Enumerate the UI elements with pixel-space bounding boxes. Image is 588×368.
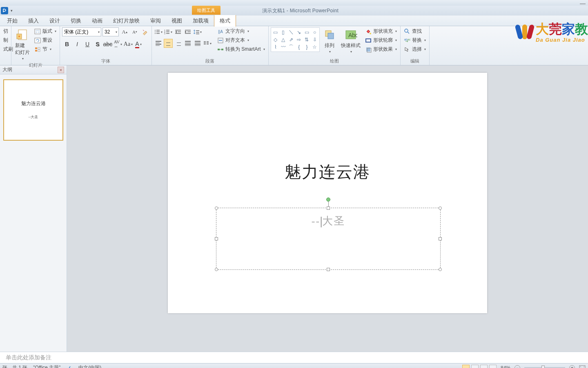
- shape-connector-icon[interactable]: ⇗: [287, 36, 295, 43]
- font-name-combo[interactable]: 宋体 (正文): [62, 27, 101, 36]
- shape-arrow-line-icon[interactable]: ↘: [295, 29, 303, 36]
- quick-styles-button[interactable]: Abc 快速样式: [339, 27, 362, 54]
- shape-rect2-icon[interactable]: ▭: [303, 29, 310, 36]
- zoom-thumb[interactable]: [541, 366, 545, 368]
- shape-triangle-icon[interactable]: △: [280, 36, 287, 43]
- resize-handle-br[interactable]: [439, 268, 442, 271]
- shape-arrow-icon[interactable]: ⇨: [295, 36, 303, 43]
- resize-handle-bl[interactable]: [215, 268, 218, 271]
- tab-slideshow[interactable]: 幻灯片放映: [108, 15, 145, 27]
- shapes-gallery[interactable]: ▭ ▯ ＼ ↘ ▭ ○ ◇ △ ⇗ ⇨ ⇅ ⇩ ⌇ 〰 ⌒ { } ☆: [271, 27, 320, 52]
- tab-transition[interactable]: 切换: [65, 15, 87, 27]
- numbering-button[interactable]: 123: [164, 27, 173, 36]
- notes-pane[interactable]: 单击此处添加备注: [0, 352, 588, 363]
- replace-button[interactable]: abac替换: [403, 36, 427, 44]
- language-status[interactable]: 中文(中国): [78, 364, 101, 368]
- resize-handle-bm[interactable]: [327, 268, 330, 271]
- group-editing: 查找 abac替换 选择 编辑: [401, 26, 430, 65]
- shape-updown-icon[interactable]: ⇅: [303, 36, 310, 43]
- bullets-button[interactable]: [154, 27, 163, 36]
- shape-oval-icon[interactable]: ○: [311, 29, 318, 36]
- shape-diamond-icon[interactable]: ◇: [272, 36, 279, 43]
- find-button[interactable]: 查找: [403, 27, 427, 35]
- decrease-indent-button[interactable]: [174, 27, 183, 36]
- shape-freeform-icon[interactable]: ⌇: [272, 44, 279, 51]
- shape-outline-button[interactable]: 形状轮廓: [364, 36, 398, 44]
- tab-format[interactable]: 格式: [214, 15, 236, 27]
- convert-smartart-button[interactable]: 转换为 SmartArt: [216, 45, 266, 53]
- shape-fill-button[interactable]: 形状填充: [364, 27, 398, 35]
- resize-handle-mr[interactable]: [439, 237, 442, 240]
- shape-curve-icon[interactable]: 〰: [280, 44, 287, 51]
- close-panel-button[interactable]: ×: [58, 67, 64, 73]
- distribute-button[interactable]: [193, 39, 202, 48]
- zoom-in-button[interactable]: +: [569, 365, 575, 368]
- font-size-combo[interactable]: 32: [102, 27, 119, 36]
- zoom-out-button[interactable]: −: [514, 365, 520, 368]
- shape-textbox-icon[interactable]: ▯: [280, 29, 287, 36]
- align-right-button[interactable]: [174, 39, 183, 48]
- change-case-button[interactable]: Aa: [123, 40, 133, 49]
- increase-indent-button[interactable]: [183, 27, 192, 36]
- shape-brace2-icon[interactable]: }: [303, 44, 310, 51]
- svg-rect-12: [156, 30, 160, 31]
- spellcheck-icon[interactable]: [66, 365, 73, 368]
- shrink-font-button[interactable]: A▾: [130, 27, 139, 36]
- line-spacing-button[interactable]: [193, 27, 202, 36]
- reset-button[interactable]: 重设: [33, 36, 58, 44]
- outline-tab-label[interactable]: 大纲: [2, 66, 12, 73]
- shape-star-icon[interactable]: ☆: [311, 44, 318, 51]
- shape-line-icon[interactable]: ＼: [287, 29, 295, 36]
- columns-button[interactable]: [203, 39, 212, 48]
- italic-button[interactable]: I: [72, 40, 82, 49]
- app-icon[interactable]: [1, 7, 8, 14]
- clear-format-button[interactable]: [140, 27, 149, 36]
- tab-design[interactable]: 设计: [44, 15, 65, 27]
- reading-view-button[interactable]: [480, 365, 488, 368]
- align-center-button[interactable]: [164, 39, 173, 48]
- tab-home[interactable]: 开始: [2, 15, 23, 27]
- tab-view[interactable]: 视图: [166, 15, 187, 27]
- minimize-button[interactable]: ―: [580, 1, 585, 6]
- subtitle-placeholder[interactable]: --大圣: [216, 208, 441, 270]
- tab-review[interactable]: 审阅: [145, 15, 166, 27]
- layout-button[interactable]: 版式: [33, 27, 58, 35]
- resize-handle-tl[interactable]: [215, 206, 218, 210]
- select-button[interactable]: 选择: [403, 45, 427, 53]
- align-left-button[interactable]: [154, 39, 163, 48]
- resize-handle-tr[interactable]: [439, 206, 442, 210]
- fit-to-window-button[interactable]: [579, 365, 586, 368]
- subtitle-text[interactable]: --大圣: [216, 208, 440, 228]
- bold-button[interactable]: B: [62, 40, 72, 49]
- strike-button[interactable]: abc: [103, 40, 113, 49]
- new-slide-button[interactable]: 新建 幻灯片: [13, 27, 31, 61]
- resize-handle-tm[interactable]: [327, 206, 330, 210]
- sorter-view-button[interactable]: [471, 365, 479, 368]
- arrange-button[interactable]: 排列: [321, 27, 338, 54]
- shape-brace-icon[interactable]: {: [295, 44, 303, 51]
- slide-title-text[interactable]: 魅力连云港: [168, 161, 487, 183]
- char-spacing-button[interactable]: AV↔: [113, 40, 123, 49]
- shape-down-icon[interactable]: ⇩: [311, 36, 318, 43]
- grow-font-button[interactable]: A▴: [120, 27, 129, 36]
- section-button[interactable]: 节: [33, 45, 58, 53]
- slideshow-view-button[interactable]: [489, 365, 497, 368]
- zoom-percent[interactable]: 84%: [501, 365, 510, 368]
- normal-view-button[interactable]: [462, 365, 470, 368]
- shadow-button[interactable]: S: [93, 40, 102, 49]
- align-text-button[interactable]: 对齐文本: [216, 36, 266, 44]
- justify-button[interactable]: [183, 39, 192, 48]
- underline-button[interactable]: U: [82, 40, 92, 49]
- font-color-button[interactable]: A: [134, 40, 143, 49]
- slide-canvas[interactable]: 魅力连云港 --大圣: [168, 73, 487, 313]
- text-direction-button[interactable]: ||A文字方向: [216, 27, 266, 35]
- tab-insert[interactable]: 插入: [23, 15, 44, 27]
- shape-rect-icon[interactable]: ▭: [272, 29, 279, 36]
- shape-arc-icon[interactable]: ⌒: [287, 44, 295, 51]
- shape-effects-button[interactable]: 形状效果: [364, 45, 398, 53]
- slide-editor-area[interactable]: 魅力连云港 --大圣: [67, 65, 588, 352]
- tab-animation[interactable]: 动画: [87, 15, 108, 27]
- slide-thumbnail[interactable]: 魅力连云港 --大圣: [3, 79, 63, 141]
- resize-handle-ml[interactable]: [215, 237, 218, 240]
- tab-addins[interactable]: 加载项: [187, 15, 214, 27]
